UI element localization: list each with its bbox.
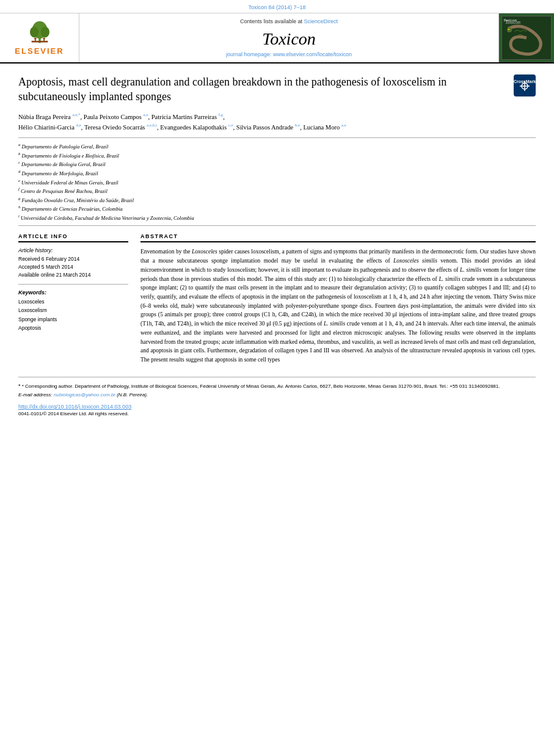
svg-point-12 (508, 29, 509, 30)
divider (18, 284, 128, 285)
email-label: E-mail address: (18, 392, 53, 398)
email-address[interactable]: nubiologicas@yahoo.com.br (54, 392, 115, 398)
citation-text: Toxicon 84 (2014) 7–18 (248, 4, 305, 10)
aff-h: h Departamento de Ciencias Pecuárias, Co… (18, 204, 536, 213)
lsimilis-italic4: L. similis (324, 321, 345, 327)
abstract-col: ABSTRACT Envenomation by the Loxosceles … (140, 233, 536, 364)
abstract-text: Envenomation by the Loxosceles spider ca… (140, 247, 536, 364)
aff-b: b Departamento de Fisiologia e Biofísica… (18, 151, 536, 160)
toxicon-cover-box: Toxicon Toxicon (499, 13, 554, 62)
sup-ae2: a,e (341, 123, 346, 128)
sup-a1: a,e,* (72, 112, 80, 117)
article-title: Apoptosis, mast cell degranulation and c… (18, 75, 536, 104)
svg-point-5 (34, 37, 37, 40)
doi-link[interactable]: http://dx.doi.org/10.1016/j.toxicon.2014… (18, 404, 536, 410)
email-line: E-mail address: nubiologicas@yahoo.com.b… (18, 391, 536, 399)
cover-image: Toxicon Toxicon (501, 16, 552, 60)
received-date: Received 6 February 2014 (18, 255, 128, 263)
corresponding-note: * * Corresponding author. Department of … (18, 382, 536, 391)
svg-rect-4 (31, 41, 48, 43)
keyword-2: Sponge implants (18, 315, 128, 324)
lsimilis-italic2: L. similis (460, 267, 481, 273)
abstract-header: ABSTRACT (140, 233, 536, 242)
aff-e: e Universidade Federal de Minas Gerais, … (18, 178, 536, 187)
aff-g: g Fundação Oswaldo Cruz, Ministério da S… (18, 195, 536, 205)
homepage-link[interactable]: journal homepage: www.elsevier.com/locat… (226, 51, 352, 57)
aff-i: i Universidad de Córdoba, Facultad de Me… (18, 213, 536, 222)
cover-label: Toxicon (503, 18, 517, 23)
accepted-date: Accepted 5 March 2014 (18, 263, 128, 271)
journal-name: Toxicon (262, 29, 316, 49)
lsimilis-italic1: Loxosceles similis (393, 258, 437, 264)
loxosceles-italic: Loxosceles (192, 249, 217, 255)
article-info-col: ARTICLE INFO Article history: Received 6… (18, 233, 128, 364)
main-content: Apoptosis, mast cell degranulation and c… (0, 64, 554, 429)
email-name: (N.B. Pereira). (117, 392, 148, 398)
svg-point-2 (30, 27, 38, 38)
svg-rect-6 (35, 40, 36, 42)
title-block: Apoptosis, mast cell degranulation and c… (18, 75, 536, 104)
corresponding-text: * Corresponding author. Department of Pa… (22, 383, 500, 389)
svg-point-7 (43, 37, 45, 40)
article-info-header: ARTICLE INFO (18, 233, 128, 242)
sup-be: b,e (295, 123, 300, 128)
two-col-section: ARTICLE INFO Article history: Received 6… (18, 233, 536, 364)
contents-text: Contents lists available at (240, 18, 302, 24)
page-wrapper: Toxicon 84 (2014) 7–18 ELSEVIER (0, 0, 554, 756)
elsevier-label: ELSEVIER (15, 46, 64, 56)
sup-a2: a,e (144, 112, 148, 117)
aff-f: f Centro de Pesquisas René Rachou, Brazi… (18, 186, 536, 195)
aff-d: d Departamento de Morfologia, Brazil (18, 169, 536, 178)
available-date: Available online 21 March 2014 (18, 271, 128, 279)
svg-point-11 (507, 27, 512, 32)
history-label: Article history: (18, 247, 128, 253)
lsimilis-italic3: L. similis (439, 276, 460, 282)
sup-aehi: a,e,h,i (147, 123, 157, 128)
svg-rect-8 (43, 40, 45, 42)
sup-fg: f,g (219, 112, 224, 117)
keywords-label: Keywords: (18, 289, 128, 296)
journal-header: ELSEVIER Contents lists available at Sci… (0, 13, 554, 64)
svg-point-3 (40, 27, 49, 38)
sciencedirect-link[interactable]: ScienceDirect (304, 18, 338, 24)
keyword-1: Loxoscelism (18, 306, 128, 314)
crossmark-badge[interactable]: CrossMark (514, 75, 536, 96)
aff-c: c Departamento de Biologia Geral, Brazil (18, 159, 536, 169)
sciencedirect-line: Contents lists available at ScienceDirec… (240, 18, 338, 24)
authors-block: Núbia Braga Pereira a,e,*, Paula Peixoto… (18, 112, 536, 133)
footer-section: * * Corresponding author. Department of … (18, 377, 536, 417)
aff-a: a Departamento de Patologia Geral, Brazi… (18, 142, 536, 151)
elsevier-logo-box: ELSEVIER (0, 13, 79, 62)
elsevier-tree-icon (21, 20, 58, 45)
keyword-0: Loxosceles (18, 297, 128, 306)
affiliations-block: a Departamento de Patologia Geral, Brazi… (18, 137, 536, 226)
keyword-3: Apoptosis (18, 324, 128, 332)
journal-center: Contents lists available at ScienceDirec… (79, 13, 499, 62)
copyright-text: 0041-0101/© 2014 Elsevier Ltd. All right… (18, 411, 536, 416)
top-bar: Toxicon 84 (2014) 7–18 (0, 0, 554, 13)
sup-ce: c,e (228, 123, 233, 128)
sup-de: d,e (76, 123, 81, 128)
journal-homepage: journal homepage: www.elsevier.com/locat… (226, 51, 352, 57)
star-symbol: * (18, 383, 21, 389)
